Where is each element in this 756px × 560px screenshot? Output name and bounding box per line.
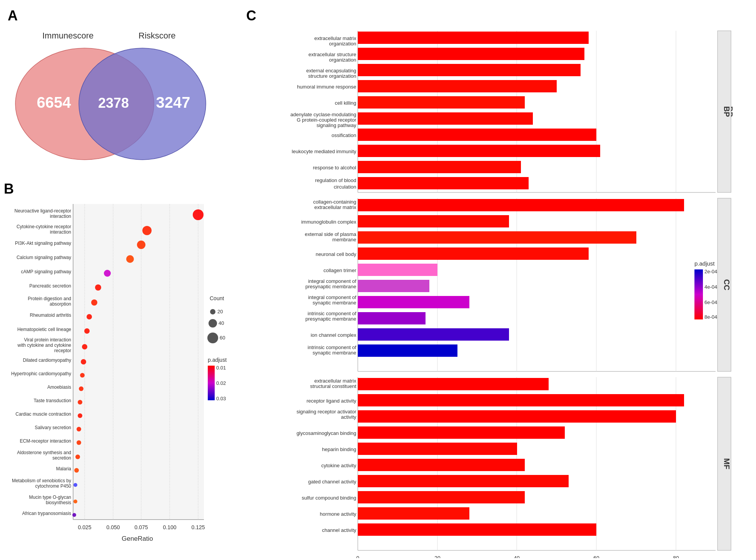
svg-text:ossification: ossification <box>332 132 356 138</box>
svg-text:hormone activity: hormone activity <box>320 511 356 517</box>
svg-point-36 <box>84 328 90 334</box>
svg-point-40 <box>82 344 87 349</box>
svg-text:external side of plasma: external side of plasma <box>305 231 356 237</box>
svg-text:cytochrome P450: cytochrome P450 <box>35 483 72 489</box>
svg-rect-96 <box>358 96 525 109</box>
svg-text:interaction: interaction <box>50 214 71 219</box>
svg-rect-144 <box>358 344 457 357</box>
svg-rect-102 <box>358 129 596 141</box>
svg-text:circulation: circulation <box>334 184 356 190</box>
svg-rect-169 <box>358 475 569 487</box>
svg-point-62 <box>73 483 77 487</box>
svg-text:20: 20 <box>217 309 223 314</box>
svg-text:signaling pathway: signaling pathway <box>317 122 357 128</box>
svg-text:Aldosterone synthesis and: Aldosterone synthesis and <box>17 450 71 455</box>
svg-text:80: 80 <box>673 555 679 558</box>
svg-rect-133 <box>358 280 429 292</box>
bar-bp-1 <box>358 32 589 44</box>
svg-text:0.01: 0.01 <box>216 365 226 371</box>
svg-point-23 <box>137 241 145 249</box>
svg-text:0.125: 0.125 <box>191 524 205 530</box>
svg-text:interaction: interaction <box>50 229 71 235</box>
svg-rect-173 <box>358 507 469 520</box>
svg-rect-91 <box>358 64 581 76</box>
svg-text:channel activity: channel activity <box>322 527 356 533</box>
svg-text:cAMP signaling pathway: cAMP signaling pathway <box>21 269 71 274</box>
svg-text:G protein-coupled receptor: G protein-coupled receptor <box>297 117 356 123</box>
svg-text:organization: organization <box>329 57 356 63</box>
svg-text:p.adjust: p.adjust <box>208 357 227 363</box>
svg-text:60: 60 <box>593 555 599 558</box>
svg-text:collagen-containing: collagen-containing <box>313 199 356 205</box>
svg-text:external encapsulating: external encapsulating <box>306 68 356 74</box>
svg-rect-129 <box>358 247 589 260</box>
svg-text:Neuroactive ligand-receptor: Neuroactive ligand-receptor <box>15 208 71 214</box>
svg-text:regulation of blood: regulation of blood <box>315 177 356 183</box>
svg-text:glycosaminoglycan binding: glycosaminoglycan binding <box>297 430 356 436</box>
svg-point-57 <box>75 455 80 459</box>
svg-text:activity: activity <box>341 414 356 420</box>
svg-text:4e-04: 4e-04 <box>704 284 717 290</box>
svg-text:presynaptic membrane: presynaptic membrane <box>305 284 356 289</box>
barchart-svg: extracellular matrix organization extrac… <box>250 27 746 558</box>
svg-point-48 <box>78 400 82 405</box>
svg-point-46 <box>79 386 83 391</box>
svg-text:0.100: 0.100 <box>163 524 176 530</box>
svg-rect-76 <box>208 366 215 400</box>
svg-text:heparin binding: heparin binding <box>322 446 356 452</box>
svg-text:intrinsic component of: intrinsic component of <box>308 311 357 316</box>
svg-text:ECM-receptor interaction: ECM-receptor interaction <box>20 438 71 444</box>
svg-point-73 <box>207 333 218 343</box>
svg-rect-167 <box>358 459 525 471</box>
svg-text:PI3K-Akt signaling pathway: PI3K-Akt signaling pathway <box>15 241 71 246</box>
svg-text:0.03: 0.03 <box>216 396 226 401</box>
svg-text:cytokine activity: cytokine activity <box>321 463 357 468</box>
svg-text:Salivary secretion: Salivary secretion <box>35 425 71 430</box>
svg-text:Malaria: Malaria <box>56 466 72 471</box>
svg-point-50 <box>78 413 82 418</box>
svg-rect-139 <box>358 312 426 324</box>
svg-text:Hypertrophic cardiomyopathy: Hypertrophic cardiomyopathy <box>11 371 71 376</box>
svg-text:8e-04: 8e-04 <box>704 314 717 320</box>
svg-text:signaling receptor activator: signaling receptor activator <box>297 409 357 415</box>
svg-text:synaptic membrane: synaptic membrane <box>313 350 356 356</box>
svg-text:structure organization: structure organization <box>308 73 356 79</box>
svg-text:p.adjust: p.adjust <box>694 260 715 267</box>
svg-point-67 <box>72 513 76 517</box>
svg-text:leukocyte mediated immunity: leukocyte mediated immunity <box>292 149 356 154</box>
svg-text:intrinsic component of: intrinsic component of <box>308 344 357 350</box>
svg-text:biosynthesis: biosynthesis <box>46 500 71 505</box>
panel-b-label: B <box>4 181 14 197</box>
venn-overlap-number: 2378 <box>98 95 129 111</box>
svg-rect-124 <box>358 215 509 227</box>
svg-text:integral component of: integral component of <box>308 294 356 300</box>
svg-text:6e-04: 6e-04 <box>704 299 717 305</box>
panel-a-label: A <box>8 8 18 24</box>
svg-rect-131 <box>358 264 437 276</box>
svg-text:neuronal cell body: neuronal cell body <box>315 251 356 257</box>
panel-c-label: C <box>246 8 256 24</box>
svg-text:0.075: 0.075 <box>134 524 148 530</box>
svg-point-25 <box>126 255 134 263</box>
svg-text:collagen trimer: collagen trimer <box>324 267 357 273</box>
svg-text:Cytokine-cytokine receptor: Cytokine-cytokine receptor <box>17 224 71 229</box>
svg-text:Amoebiasis: Amoebiasis <box>47 384 71 390</box>
svg-text:Rheumatoid arthritis: Rheumatoid arthritis <box>30 313 71 318</box>
svg-text:response to alcohol: response to alcohol <box>313 165 356 171</box>
svg-text:membrane: membrane <box>332 237 356 242</box>
svg-text:integral component of: integral component of <box>308 278 356 284</box>
svg-rect-104 <box>358 145 600 157</box>
svg-rect-158 <box>358 394 684 406</box>
svg-text:extracellular matrix: extracellular matrix <box>314 204 357 210</box>
svg-rect-121 <box>358 199 684 211</box>
svg-text:ion channel complex: ion channel complex <box>310 332 356 338</box>
svg-point-54 <box>77 440 81 445</box>
venn-right-title: Riskscore <box>139 31 176 41</box>
svg-point-42 <box>81 359 86 364</box>
svg-point-32 <box>91 299 97 306</box>
svg-text:GeneRatio: GeneRatio <box>122 535 153 542</box>
svg-text:2e-04: 2e-04 <box>704 269 717 274</box>
svg-text:CC: CC <box>723 279 731 291</box>
svg-rect-106 <box>358 161 521 173</box>
svg-text:Protein digestion and: Protein digestion and <box>28 296 71 301</box>
